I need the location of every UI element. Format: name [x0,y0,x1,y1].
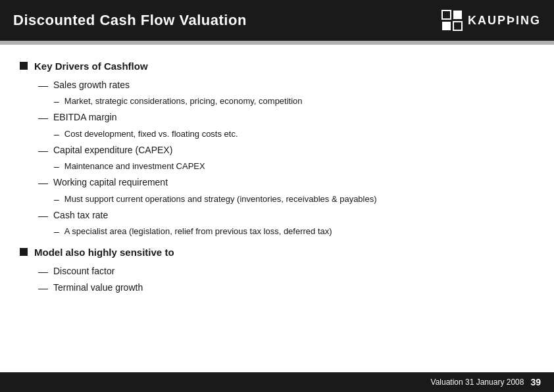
dash-capex: — [38,143,48,159]
level2-must: – Must support current operations and st… [54,193,534,207]
level2-specialist: – A specialist area (legislation, relief… [54,225,534,239]
dash-must: – [54,193,59,207]
dash-specialist: – [54,225,59,239]
dash-maintenance: – [54,160,59,174]
level2-market-text: Market, strategic considerations, pricin… [64,95,303,108]
page-footer: Valuation 31 January 2008 39 [0,372,554,392]
page-title: Discounted Cash Flow Valuation [13,12,247,29]
level1-capex-text: Capital expenditure (CAPEX) [53,143,172,157]
page-header: Discounted Cash Flow Valuation KAUPÞING [0,0,554,41]
level1-capex: — Capital expenditure (CAPEX) [38,143,534,159]
dash-sales: — [38,78,48,93]
level1-discount-text: Discount factor [53,264,114,278]
level2-maintenance-text: Maintenance and investment CAPEX [64,160,205,173]
main-bullet-1-text: Key Drivers of Cashflow [34,59,148,74]
level2-must-text: Must support current operations and stra… [64,193,377,206]
kaupbing-logo-icon [441,10,463,31]
content-area: Key Drivers of Cashflow — Sales growth r… [0,45,554,308]
level1-working: — Working capital requirement [38,176,534,191]
main-bullet-1: Key Drivers of Cashflow [20,59,534,74]
bullet-icon-1 [20,62,28,70]
level1-terminal-text: Terminal value growth [53,281,143,295]
level2-maintenance: – Maintenance and investment CAPEX [54,160,534,174]
level1-cash: — Cash tax rate [38,208,534,224]
level1-sales-text: Sales growth rates [53,78,130,92]
dash-cost: – [54,128,59,141]
level1-cash-text: Cash tax rate [53,208,108,222]
dash-market: – [54,95,59,109]
level1-discount: — Discount factor [38,264,534,280]
level2-cost-text: Cost development, fixed vs. floating cos… [64,128,238,141]
level2-market: – Market, strategic considerations, pric… [54,95,534,109]
svg-rect-0 [442,11,451,19]
dash-ebitda: — [38,110,48,126]
bullet-icon-2 [20,248,28,256]
main-bullet-2-text: Model also highly sensitive to [34,245,174,260]
dash-working: — [38,176,48,191]
logo-text: KAUPÞING [468,14,541,28]
level1-ebitda-text: EBITDA margin [53,110,116,124]
level1-sales: — Sales growth rates [38,78,534,93]
level1-ebitda: — EBITDA margin [38,110,534,126]
dash-cash: — [38,208,48,224]
level2-cost: – Cost development, fixed vs. floating c… [54,128,534,141]
footer-page-number: 39 [530,377,541,387]
main-bullet-2: Model also highly sensitive to [20,245,534,260]
dash-terminal: — [38,281,48,296]
svg-rect-2 [442,22,451,30]
dash-discount: — [38,264,48,280]
logo-area: KAUPÞING [441,10,541,31]
level2-specialist-text: A specialist area (legislation, relief f… [64,225,332,238]
svg-rect-1 [453,11,462,19]
level1-terminal: — Terminal value growth [38,281,534,296]
level1-working-text: Working capital requirement [53,176,168,189]
svg-rect-3 [453,22,462,30]
footer-text: Valuation 31 January 2008 [431,378,524,387]
